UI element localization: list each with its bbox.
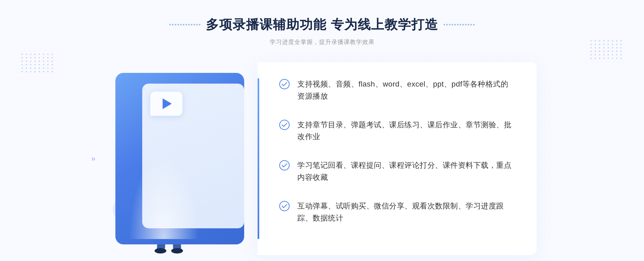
subtitle: 学习进度全掌握，提升录播课教学效果 [169, 38, 474, 46]
svg-point-4 [171, 248, 183, 253]
play-bubble [150, 92, 182, 116]
feature-item-2: 支持章节目录、弹题考试、课后练习、课后作业、章节测验、批改作业 [279, 119, 515, 143]
main-title: 多项录播课辅助功能 专为线上教学打造 [206, 16, 438, 33]
svg-point-3 [155, 248, 166, 253]
feature-text-2: 支持章节目录、弹题考试、课后练习、课后作业、章节测验、批改作业 [297, 119, 515, 143]
svg-point-8 [280, 161, 289, 170]
dot-cluster-left [21, 54, 54, 72]
svg-point-7 [280, 120, 289, 130]
title-row: 多项录播课辅助功能 专为线上教学打造 [169, 16, 474, 33]
light-cone [129, 153, 199, 239]
play-triangle [163, 98, 172, 109]
page-wrapper: 多项录播课辅助功能 专为线上教学打造 学习进度全掌握，提升录播课教学效果 » [0, 0, 644, 261]
feature-text-3: 学习笔记回看、课程提问、课程评论打分、课件资料下载，重点内容收藏 [297, 159, 515, 184]
title-dots-right [444, 24, 475, 25]
features-area: 支持视频、音频、flash、word、excel、ppt、pdf等各种格式的资源… [258, 62, 537, 255]
left-arrows: » [91, 154, 96, 163]
header-section: 多项录播课辅助功能 专为线上教学打造 学习进度全掌握，提升录播课教学效果 [169, 16, 474, 46]
check-icon-1 [279, 79, 290, 90]
dot-cluster-right [590, 40, 623, 59]
check-icon-4 [279, 201, 290, 211]
feature-item-4: 互动弹幕、试听购买、微信分享、观看次数限制、学习进度跟踪、数据统计 [279, 200, 515, 224]
svg-point-9 [280, 201, 289, 211]
svg-point-6 [280, 79, 289, 89]
arrow-icon: » [91, 154, 96, 163]
feature-item-3: 学习笔记回看、课程提问、课程评论打分、课件资料下载，重点内容收藏 [279, 159, 515, 184]
check-icon-3 [279, 160, 290, 171]
feature-text-4: 互动弹幕、试听购买、微信分享、观看次数限制、学习进度跟踪、数据统计 [297, 200, 515, 224]
feature-text-1: 支持视频、音频、flash、word、excel、ppt、pdf等各种格式的资源… [297, 78, 515, 102]
title-dots-left [169, 24, 200, 25]
content-section: » [107, 62, 537, 255]
feature-item-1: 支持视频、音频、flash、word、excel、ppt、pdf等各种格式的资源… [279, 78, 515, 102]
check-icon-2 [279, 120, 290, 130]
illustration-area: » [107, 62, 258, 255]
